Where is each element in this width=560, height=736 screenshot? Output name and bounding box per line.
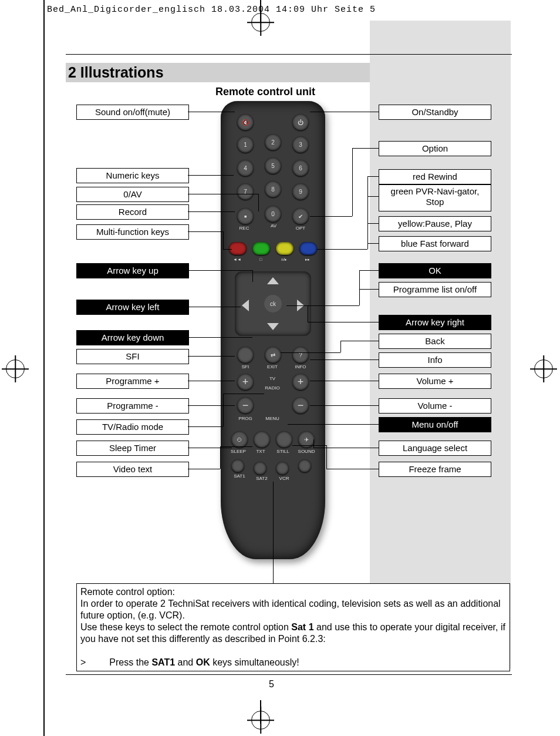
leader — [367, 243, 379, 244]
note-ok-key: OK — [196, 657, 210, 667]
play-icon: ıı/▸ — [272, 257, 296, 262]
leader — [359, 270, 379, 271]
note-line4c: and — [175, 657, 196, 667]
vcr-label: VCR — [272, 476, 296, 481]
exit-btn: ⇄ — [265, 347, 281, 363]
label-prog-plus: Programme + — [76, 374, 189, 389]
arrow-down-icon — [267, 323, 279, 330]
label-arrow-right: Arrow key right — [379, 315, 491, 330]
sfi-label: SFI — [234, 364, 257, 369]
yellow-btn — [276, 242, 294, 255]
leader — [281, 352, 340, 353]
key-1: 1 — [237, 136, 254, 153]
label-freeze: Freeze frame — [379, 462, 491, 477]
leader — [326, 445, 327, 469]
label-videotext: Video text — [76, 462, 189, 477]
leader — [326, 469, 379, 469]
note-line4a: Press the — [109, 657, 151, 667]
label-multi: Multi-function keys — [76, 224, 189, 240]
label-language: Language select — [379, 441, 491, 456]
info-btn: ? — [292, 347, 309, 363]
info-label: INFO — [289, 364, 312, 369]
leader — [340, 341, 379, 341]
opt-label: OPT — [289, 226, 312, 231]
leader — [273, 482, 274, 583]
leader — [188, 231, 223, 232]
label-prog-minus: Programme - — [76, 398, 189, 414]
leader — [223, 249, 232, 250]
leader — [220, 446, 252, 447]
note-line3a: Use these keys to select the remote cont… — [80, 622, 291, 632]
section-title: 2 Illustrations — [66, 63, 370, 82]
leader — [188, 426, 223, 427]
opt-btn: ✔ — [292, 208, 309, 224]
label-ok: OK — [379, 263, 491, 278]
label-yellow: yellow:Pause, Play — [379, 216, 491, 231]
stop-icon: □ — [249, 257, 272, 261]
vol-plus: + — [292, 374, 309, 390]
radio-label: RADIO — [261, 385, 284, 391]
leader — [258, 194, 259, 211]
page-number: 5 — [269, 679, 274, 690]
leader — [188, 112, 235, 112]
leader — [310, 359, 379, 360]
txt-label: TXT — [249, 449, 272, 454]
key-5: 5 — [265, 157, 281, 174]
exit-label: EXIT — [261, 364, 284, 369]
leader — [188, 307, 241, 307]
key-6: 6 — [292, 160, 309, 176]
leader — [367, 176, 379, 177]
leader — [367, 243, 368, 249]
mute-icon: 🔇 — [237, 114, 254, 130]
label-blue: blue Fast forward — [379, 236, 491, 251]
key-9: 9 — [292, 183, 309, 200]
rule — [66, 674, 512, 675]
tv-label: TV — [261, 376, 284, 381]
leader — [188, 469, 220, 469]
crop-mark — [260, 700, 261, 724]
label-arrow-down: Arrow key down — [76, 330, 189, 345]
leader — [352, 148, 379, 149]
leader — [352, 148, 353, 216]
label-zero-av: 0/AV — [76, 187, 189, 202]
label-option: Option — [379, 141, 491, 156]
rec-btn: ■ — [237, 208, 254, 224]
label-vol-plus: Volume + — [379, 374, 491, 389]
leader — [313, 439, 314, 448]
crop-mark — [43, 0, 45, 736]
leader — [223, 231, 224, 249]
sleep-label: SLEEP — [227, 449, 250, 454]
label-numeric: Numeric keys — [76, 168, 189, 183]
leader — [288, 424, 379, 425]
label-record: Record — [76, 204, 189, 220]
leader — [220, 446, 221, 469]
sfi-btn — [237, 347, 254, 363]
leader — [188, 381, 235, 381]
leader — [188, 337, 252, 338]
prog-plus: + — [237, 374, 254, 390]
vcr-btn — [276, 462, 289, 475]
vol-minus: − — [292, 397, 309, 414]
still-btn — [276, 431, 292, 448]
tv-btn — [298, 459, 311, 472]
leader — [188, 448, 232, 448]
subtitle: Remote control unit — [124, 86, 406, 98]
leader — [223, 394, 264, 394]
menu-label: MENU — [261, 416, 284, 421]
rewind-icon: ◄◄ — [225, 257, 249, 261]
label-sleep: Sleep Timer — [76, 441, 189, 456]
note-line1: Remote control option: — [80, 587, 175, 597]
leader — [252, 270, 253, 282]
arrow-up-icon — [267, 277, 279, 284]
green-btn — [252, 242, 270, 255]
leader — [286, 305, 359, 306]
label-menu: Menu on/off — [379, 417, 491, 432]
leader — [367, 223, 379, 224]
leader — [310, 405, 379, 406]
leader — [359, 289, 379, 290]
leader — [317, 249, 367, 250]
leader — [188, 356, 235, 357]
leader — [188, 405, 235, 406]
ok-btn: ck — [264, 295, 282, 312]
txt-btn — [254, 431, 270, 448]
